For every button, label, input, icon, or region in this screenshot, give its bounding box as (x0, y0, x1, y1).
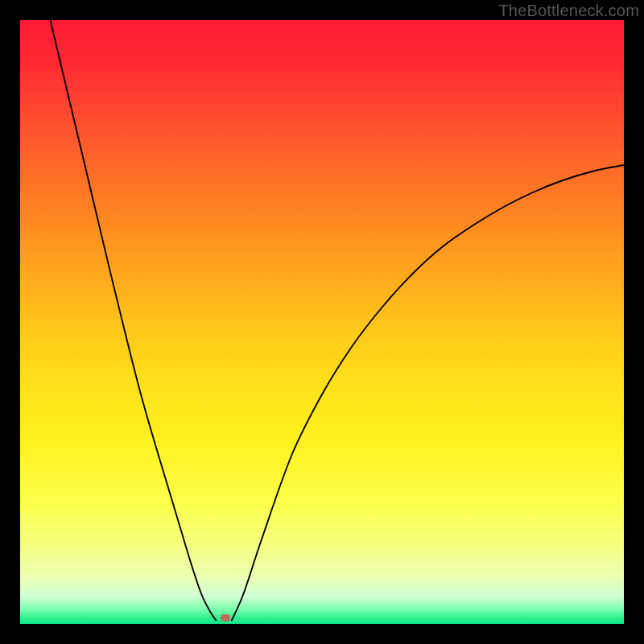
chart-svg (20, 20, 624, 624)
optimal-marker (221, 614, 230, 621)
watermark: TheBottleneck.com (498, 2, 639, 20)
bottleneck-chart (20, 20, 624, 624)
chart-background (20, 20, 624, 624)
chart-frame: TheBottleneck.com (0, 0, 644, 644)
